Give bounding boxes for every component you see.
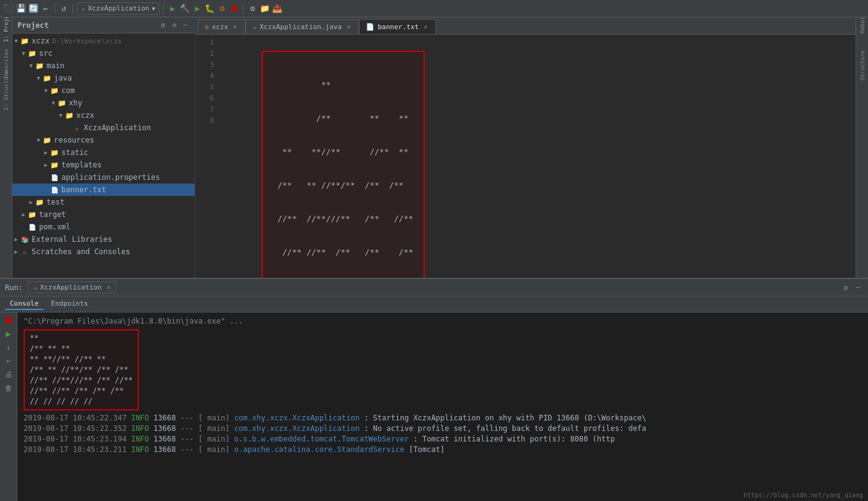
tree-item-test[interactable]: ▶ 📁 test	[12, 196, 195, 208]
tree-item-resources[interactable]: ▼ 📁 resources	[12, 134, 195, 146]
file-props-icon: 📄	[50, 172, 60, 182]
rebuild-icon[interactable]: 🔨	[180, 4, 190, 14]
run-config-dropdown[interactable]: ☕ XczxApplication ▼	[77, 2, 159, 15]
clear-icon[interactable]: 🗑	[4, 383, 14, 393]
rerun-icon[interactable]: ▶	[4, 329, 14, 339]
expand-arrow-resources[interactable]: ▼	[35, 137, 42, 143]
expand-arrow-ext[interactable]: ▶	[12, 236, 20, 242]
tab-xczx[interactable]: ⚙ xczx ×	[198, 19, 246, 34]
banner-line-5: //** //**///** /** //**	[273, 213, 414, 224]
run-minimize-icon[interactable]: ─	[853, 283, 863, 293]
tab-label-xczx: xczx	[212, 23, 229, 31]
tree-item-templates[interactable]: ▶ 📁 templates	[12, 159, 195, 171]
panel-action-settings[interactable]: ⚙	[170, 21, 179, 30]
console-cmd-line: "C:\Program Files\Java\jdk1.8.0\bin\java…	[24, 316, 862, 327]
panel-action-minimize[interactable]: ─	[181, 21, 190, 30]
tab-label-XczxApplication: XczxApplication.java	[260, 23, 342, 31]
bottom-panel: Run: ☕ XczxApplication × ⚙ ─ Console End…	[0, 278, 868, 501]
tab-close-XczxApplication[interactable]: ×	[345, 24, 352, 31]
tree-item-src[interactable]: ▼ 📁 src	[12, 47, 195, 60]
expand-arrow-com[interactable]: ▼	[42, 87, 50, 94]
expand-arrow-scratches[interactable]: ▶	[12, 249, 20, 255]
log-msg-2: : No active profile set, falling back to…	[364, 424, 646, 433]
expand-arrow-src[interactable]: ▼	[20, 50, 27, 56]
expand-arrow-test[interactable]: ▶	[27, 199, 35, 205]
tab-console[interactable]: Console	[5, 298, 43, 310]
tree-item-app-props[interactable]: 📄 application.properties	[12, 171, 195, 184]
expand-arrow-target[interactable]: ▶	[20, 211, 27, 218]
toolbar-revert[interactable]: ↺	[59, 4, 69, 14]
run-settings-icon[interactable]: ⚙	[841, 283, 851, 293]
tree-label-templates: templates	[61, 161, 102, 169]
tree-item-scratches[interactable]: ▶ ✏ Scratches and Consoles	[12, 246, 195, 258]
stop-run-icon[interactable]: ⏹	[4, 315, 14, 325]
expand-arrow-xhy[interactable]: ▼	[50, 100, 57, 106]
settings-icon[interactable]: ⚙	[247, 4, 257, 14]
tree-item-ext-libs[interactable]: ▶ 📚 External Libraries	[12, 233, 195, 246]
stop-icon[interactable]: ⏹	[229, 4, 239, 14]
tree-item-xczx-pkg[interactable]: ▼ 📁 xczx	[12, 109, 195, 122]
share-icon[interactable]: 📤	[272, 4, 282, 14]
right-icon-rebel[interactable]: Rebel	[857, 20, 867, 30]
run-panel-header: Run: ☕ XczxApplication × ⚙ ─	[0, 279, 868, 296]
tab-endpoints[interactable]: Endpoints	[46, 298, 93, 310]
tree-item-static[interactable]: ▶ 📁 static	[12, 146, 195, 159]
tree-item-XczxApplication[interactable]: ☕ XczxApplication	[12, 122, 195, 134]
tree-label-xczx-pkg: xczx	[76, 111, 94, 120]
run-app-close-icon[interactable]: ×	[107, 284, 110, 291]
debug-icon[interactable]: 🐛	[205, 4, 215, 14]
expand-arrow-xczx[interactable]: ▼	[12, 38, 20, 44]
sidebar-project-icon[interactable]: 1: Project	[1, 20, 12, 31]
expand-arrow-main[interactable]: ▼	[27, 63, 35, 69]
tab-close-banner[interactable]: ×	[422, 24, 429, 31]
soft-wrap-icon[interactable]: ↩	[4, 356, 14, 366]
log-dash-2: --- [	[180, 424, 203, 433]
editor-content: 1 2 3 4 5 6 7 8 ** /** ** ** ** **//** /…	[195, 35, 856, 278]
profile-icon[interactable]: ⚙	[217, 4, 227, 14]
log-ts-3: 2019-08-17 10:45:23.194	[24, 435, 126, 443]
tree-item-java[interactable]: ▼ 📁 java	[12, 72, 195, 84]
folder-icon[interactable]: 📁	[260, 4, 270, 14]
scroll-end-icon[interactable]: ↓	[4, 342, 14, 352]
tree-item-target[interactable]: ▶ 📁 target	[12, 208, 195, 221]
run-app-tab[interactable]: ☕ XczxApplication ×	[28, 282, 116, 293]
toolbar-save[interactable]: 💾	[16, 4, 26, 14]
print-icon[interactable]: 🖨	[4, 370, 14, 379]
toolbar-refresh[interactable]: 🔄	[29, 4, 38, 14]
tab-close-xczx[interactable]: ×	[231, 24, 239, 31]
tab-banner[interactable]: 📄 banner.txt ×	[359, 19, 436, 34]
right-icon-structure[interactable]: Structure	[857, 61, 867, 71]
panel-action-layout[interactable]: ⊞	[159, 21, 167, 30]
log-thread-2: main]	[207, 424, 229, 433]
tabs-bar: ⚙ xczx × ☕ XczxApplication.java × 📄 bann…	[195, 17, 856, 35]
folder-test-icon: 📁	[35, 197, 45, 207]
tree-item-com[interactable]: ▼ 📁 com	[12, 84, 195, 97]
tab-label-banner: banner.txt	[378, 23, 418, 31]
sidebar-favorites-icon[interactable]: Favorites	[1, 58, 12, 69]
tree-label-scratches: Scratches and Consoles	[32, 247, 130, 256]
toolbar-back[interactable]: ←	[41, 4, 51, 14]
tree-item-xhy[interactable]: ▼ 📁 xhy	[12, 97, 195, 109]
log-ts-1: 2019-08-17 10:45:22.347	[24, 414, 126, 422]
file-java-icon: ☕	[72, 123, 82, 133]
sidebar-structure-icon[interactable]: 2: Structure	[1, 84, 12, 95]
tree-label-static: static	[61, 148, 88, 157]
editor-code[interactable]: ** /** ** ** ** **//** //** ** /** ** //…	[218, 35, 856, 278]
build-icon[interactable]: ▶	[167, 4, 177, 14]
scratches-icon: ✏	[20, 247, 30, 257]
run-icon[interactable]: ▶	[192, 4, 202, 14]
expand-arrow-xczx-pkg[interactable]: ▼	[57, 112, 64, 118]
tab-XczxApplication[interactable]: ☕ XczxApplication.java ×	[246, 19, 359, 34]
toolbar-icon-1[interactable]: ⬛	[4, 4, 14, 14]
console-output[interactable]: "C:\Program Files\Java\jdk1.8.0\bin\java…	[17, 313, 868, 501]
log-pid-3: 13668	[154, 435, 176, 443]
expand-arrow-java[interactable]: ▼	[35, 75, 42, 81]
expand-arrow-static[interactable]: ▶	[42, 149, 50, 156]
tree-item-pom[interactable]: 📄 pom.xml	[12, 221, 195, 233]
line-numbers: 1 2 3 4 5 6 7 8	[195, 35, 218, 278]
folder-templates-icon: 📁	[50, 160, 60, 170]
tree-item-xczx[interactable]: ▼ 📁 xczx D:\Workspace\xczx	[12, 35, 195, 47]
expand-arrow-templates[interactable]: ▶	[42, 162, 50, 168]
tree-item-banner[interactable]: 📄 banner.txt	[12, 184, 195, 196]
tree-item-main[interactable]: ▼ 📁 main	[12, 60, 195, 72]
